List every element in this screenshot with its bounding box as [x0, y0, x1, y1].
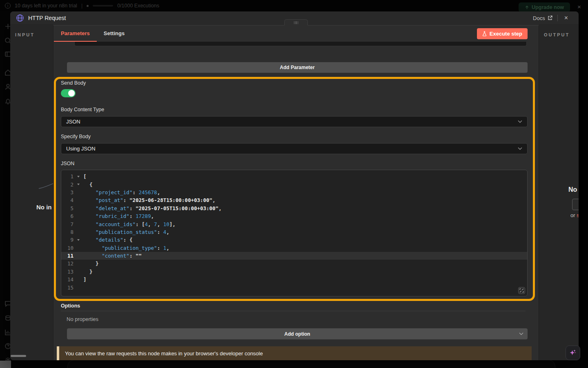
modal-title: HTTP Request — [28, 15, 66, 21]
send-body-label: Send Body — [61, 81, 528, 86]
no-properties-text: No properties — [67, 316, 528, 322]
header-divider — [557, 15, 558, 21]
input-panel: INPUT No in — [10, 25, 53, 360]
chevron-down-icon — [518, 147, 522, 150]
clipped-parameter-field[interactable] — [74, 42, 527, 46]
chevron-down-icon — [518, 120, 522, 123]
no-input-text: No in — [36, 204, 52, 211]
add-parameter-label: Add Parameter — [280, 65, 314, 70]
editor-line[interactable]: 8 "publication_status": 4, — [61, 228, 527, 236]
expand-editor-icon[interactable] — [518, 287, 525, 294]
chevron-down-icon — [519, 332, 523, 335]
ai-assistant-button[interactable] — [566, 346, 580, 360]
editor-line[interactable]: 12 } — [61, 260, 527, 267]
external-link-icon — [548, 16, 552, 20]
clipped-output-button[interactable] — [572, 199, 579, 210]
editor-line[interactable]: 15 — [61, 283, 527, 291]
body-content-type-label: Body Content Type — [61, 107, 528, 112]
no-output-text: No — [568, 186, 577, 193]
editor-line[interactable]: 3 "project_id": 245678, — [61, 188, 527, 196]
input-panel-scrollbar[interactable] — [11, 355, 26, 357]
editor-line[interactable]: 9 "details": { — [61, 236, 527, 244]
add-option-label: Add option — [284, 331, 310, 337]
editor-line[interactable]: 2 { — [61, 180, 527, 188]
editor-line[interactable]: 1[ — [61, 173, 527, 180]
options-divider — [61, 311, 526, 311]
http-request-modal: HTTP Request Docs × INPUT No in Paramete… — [10, 11, 579, 360]
fold-chevron-icon[interactable] — [77, 239, 80, 241]
highlighted-section: Send Body Body Content Type JSON Specify… — [54, 77, 535, 301]
send-body-toggle[interactable] — [61, 89, 76, 97]
node-settings-panel: Parameters Settings Execute step Add Par… — [53, 25, 539, 360]
specify-body-select[interactable]: Using JSON — [61, 143, 528, 154]
output-panel: OUTPUT No or s — [539, 25, 579, 360]
editor-line[interactable]: 5 "delete_at": "2025-07-05T15:00:00+03:0… — [61, 204, 527, 212]
add-option-button[interactable]: Add option — [67, 328, 528, 339]
mock-data-link-fragment[interactable]: s — [577, 212, 579, 218]
parameters-content: Add Parameter Send Body Body Content Typ… — [53, 42, 539, 360]
specify-body-label: Specify Body — [61, 134, 528, 139]
toggle-knob — [68, 90, 75, 96]
docs-label: Docs — [533, 15, 545, 21]
options-heading: Options — [61, 303, 528, 309]
tab-parameters[interactable]: Parameters — [54, 25, 97, 42]
sparkle-icon — [569, 349, 577, 357]
execute-step-label: Execute step — [490, 31, 522, 37]
callout-text: You can view the raw requests this node … — [65, 350, 263, 357]
fold-chevron-icon[interactable] — [77, 184, 80, 185]
editor-line[interactable]: 4 "post_at": "2025-06-28T15:00:00+03:00"… — [61, 196, 527, 204]
editor-line[interactable]: 13 } — [61, 268, 527, 276]
connection-line — [38, 181, 53, 190]
docs-link[interactable]: Docs — [533, 15, 552, 21]
body-content-type-select[interactable]: JSON — [61, 116, 528, 127]
or-set-mock-text: or s — [570, 212, 579, 218]
tab-settings[interactable]: Settings — [97, 25, 131, 42]
tabs-row: Parameters Settings Execute step — [53, 25, 539, 42]
editor-line[interactable]: 6 "rubric_id": 17289, — [61, 212, 527, 220]
body-content-type-value: JSON — [66, 119, 80, 125]
fold-chevron-icon[interactable] — [77, 176, 80, 177]
specify-body-value: Using JSON — [66, 146, 96, 152]
developer-console-callout: You can view the raw requests this node … — [57, 346, 532, 360]
globe-icon — [16, 14, 24, 22]
editor-line[interactable]: 7 "account_ids": [4, 7, 10], — [61, 220, 527, 228]
add-parameter-button[interactable]: Add Parameter — [67, 62, 528, 73]
close-icon[interactable]: × — [563, 14, 570, 22]
editor-line[interactable]: 10 "publication_type": 1, — [61, 244, 527, 252]
flask-icon — [482, 31, 487, 36]
execute-step-button[interactable]: Execute step — [477, 28, 528, 39]
json-field-label: JSON — [61, 161, 528, 166]
editor-line[interactable]: 11 "content": "" — [61, 252, 527, 260]
input-panel-label: INPUT — [15, 32, 35, 37]
drag-handle[interactable] — [284, 19, 308, 25]
output-panel-label: OUTPUT — [544, 32, 570, 37]
editor-line[interactable]: 14] — [61, 276, 527, 283]
json-code-editor[interactable]: 1[2 {3 "project_id": 245678,4 "post_at":… — [61, 170, 528, 296]
